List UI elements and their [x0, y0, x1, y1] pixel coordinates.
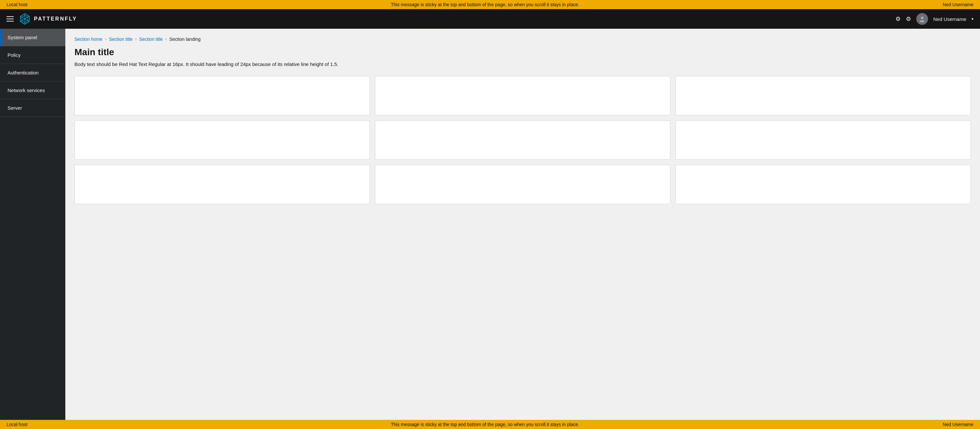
navbar-left: PATTERNFLY	[6, 13, 77, 25]
card-4	[75, 121, 370, 160]
content-area: Section home › Section title › Section t…	[65, 29, 980, 420]
body-text: Body text should be Red Hat Text Regular…	[75, 61, 971, 68]
settings-icon-1[interactable]: ⚙	[896, 15, 900, 22]
navbar-right: ⚙ ⚙ Ned Username ▾	[896, 13, 974, 25]
top-banner-left: Local host	[6, 2, 27, 7]
card-3	[676, 76, 971, 115]
username-label: Ned Username	[933, 16, 966, 22]
breadcrumb: Section home › Section title › Section t…	[75, 37, 971, 42]
content-inner: Section home › Section title › Section t…	[65, 29, 980, 420]
logo-area: PATTERNFLY	[19, 13, 77, 25]
brand-name: PATTERNFLY	[34, 16, 77, 22]
bottom-banner-right: Ned Username	[943, 422, 974, 427]
card-5	[375, 121, 670, 160]
navbar: PATTERNFLY ⚙ ⚙ Ned Username ▾	[0, 9, 980, 29]
svg-point-6	[920, 20, 924, 22]
sidebar-item-label: System panel	[8, 35, 37, 40]
bottom-banner: Local host This message is sticky at the…	[0, 420, 980, 429]
breadcrumb-section-title-2[interactable]: Section title	[139, 37, 163, 42]
page-title: Main title	[75, 47, 971, 57]
sidebar-item-label: Policy	[8, 52, 21, 58]
card-grid	[75, 76, 971, 204]
sidebar-item-system-panel[interactable]: System panel	[0, 29, 65, 46]
card-8	[375, 165, 670, 204]
card-2	[375, 76, 670, 115]
breadcrumb-section-home[interactable]: Section home	[75, 37, 103, 42]
card-1	[75, 76, 370, 115]
sidebar-item-policy[interactable]: Policy	[0, 46, 65, 64]
sidebar-item-authentication[interactable]: Authentication	[0, 64, 65, 82]
card-9	[676, 165, 971, 204]
card-6	[676, 121, 971, 160]
breadcrumb-current: Section landing	[169, 37, 200, 42]
breadcrumb-section-title-1[interactable]: Section title	[109, 37, 133, 42]
sidebar-item-label: Server	[8, 105, 22, 111]
sidebar-item-server[interactable]: Server	[0, 99, 65, 117]
settings-icon-2[interactable]: ⚙	[906, 15, 911, 22]
card-7	[75, 165, 370, 204]
top-banner-right: Ned Username	[943, 2, 974, 7]
breadcrumb-sep-1: ›	[105, 37, 107, 41]
patternfly-logo-icon	[19, 13, 31, 25]
svg-point-5	[921, 17, 923, 19]
top-banner-center: This message is sticky at the top and bo…	[391, 2, 579, 7]
user-avatar-icon	[919, 16, 926, 22]
breadcrumb-sep-3: ›	[165, 37, 167, 41]
sidebar-item-label: Authentication	[8, 70, 38, 75]
sidebar-item-network-services[interactable]: Network services	[0, 82, 65, 99]
bottom-banner-center: This message is sticky at the top and bo…	[391, 422, 579, 427]
bottom-banner-left: Local host	[6, 422, 27, 427]
user-dropdown-arrow[interactable]: ▾	[972, 17, 974, 21]
sidebar-item-label: Network services	[8, 87, 45, 93]
breadcrumb-sep-2: ›	[135, 37, 137, 41]
main-layout: System panel Policy Authentication Netwo…	[0, 29, 980, 420]
top-banner: Local host This message is sticky at the…	[0, 0, 980, 9]
sidebar: System panel Policy Authentication Netwo…	[0, 29, 65, 420]
hamburger-menu-button[interactable]	[6, 16, 14, 22]
avatar	[916, 13, 928, 25]
